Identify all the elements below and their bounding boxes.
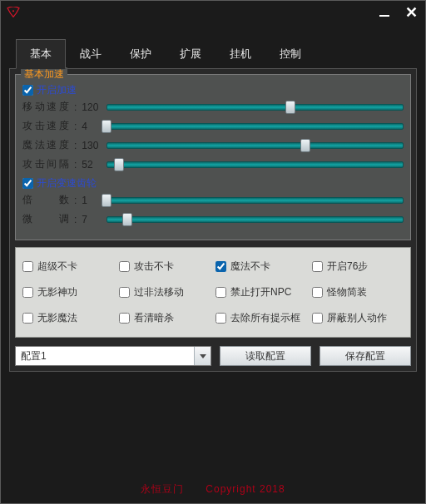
options-grid: 超级不卡攻击不卡魔法不卡开启76步无影神功过非法移动禁止打开NPC怪物简装无影魔… bbox=[15, 247, 411, 338]
close-button[interactable]: ✕ bbox=[402, 3, 420, 22]
option-label: 屏蔽别人动作 bbox=[327, 311, 387, 325]
option-checkbox-2[interactable] bbox=[215, 261, 226, 272]
option-item: 禁止打开NPC bbox=[215, 285, 307, 299]
slider-value: 7 bbox=[82, 214, 102, 225]
option-checkbox-8[interactable] bbox=[22, 313, 33, 324]
slider-a-1[interactable] bbox=[106, 121, 404, 132]
save-config-button[interactable]: 保存配置 bbox=[320, 346, 411, 366]
option-checkbox-7[interactable] bbox=[312, 287, 323, 298]
option-checkbox-1[interactable] bbox=[119, 261, 130, 272]
option-item: 无影魔法 bbox=[22, 311, 114, 325]
slider-a-2[interactable] bbox=[106, 140, 404, 151]
slider-value: 120 bbox=[82, 101, 102, 113]
option-checkbox-10[interactable] bbox=[215, 313, 226, 324]
slider-row: 移动速度:120 bbox=[22, 100, 404, 114]
option-checkbox-11[interactable] bbox=[312, 313, 323, 324]
option-checkbox-4[interactable] bbox=[22, 287, 33, 298]
option-item: 看清暗杀 bbox=[119, 311, 211, 325]
option-checkbox-6[interactable] bbox=[215, 287, 226, 298]
slider-value: 4 bbox=[82, 121, 102, 132]
tab-idle[interactable]: 挂机 bbox=[215, 39, 265, 69]
option-checkbox-3[interactable] bbox=[312, 261, 323, 272]
option-label: 怪物简装 bbox=[327, 285, 367, 299]
config-select[interactable]: 配置1 bbox=[15, 346, 211, 366]
speed-fieldset: 基本加速 开启加速 移动速度:120攻击速度:4魔法速度:130攻击间隔:52 … bbox=[15, 74, 411, 240]
enable-speed-label: 开启加速 bbox=[37, 83, 77, 97]
option-item: 怪物简装 bbox=[312, 285, 404, 299]
option-label: 魔法不卡 bbox=[230, 259, 270, 274]
config-row: 配置1 读取配置 保存配置 bbox=[15, 346, 411, 366]
option-item: 魔法不卡 bbox=[215, 259, 307, 274]
chevron-down-icon bbox=[194, 347, 211, 365]
slider-value: 52 bbox=[82, 159, 102, 170]
slider-row: 微 调:7 bbox=[22, 212, 404, 226]
slider-value: 130 bbox=[82, 140, 102, 151]
enable-gear-label: 开启变速齿轮 bbox=[37, 176, 97, 190]
option-item: 过非法移动 bbox=[119, 285, 211, 299]
enable-speed-row: 开启加速 bbox=[22, 83, 404, 97]
slider-label: 魔法速度 bbox=[22, 138, 69, 152]
slider-thumb[interactable] bbox=[102, 120, 111, 133]
option-label: 看清暗杀 bbox=[134, 311, 174, 325]
slider-b-1[interactable] bbox=[106, 214, 404, 225]
slider-label: 攻击速度 bbox=[22, 119, 69, 133]
enable-gear-row: 开启变速齿轮 bbox=[22, 176, 404, 190]
option-item: 无影神功 bbox=[22, 285, 114, 299]
option-checkbox-0[interactable] bbox=[22, 261, 33, 272]
tab-panel-basic: 基本加速 开启加速 移动速度:120攻击速度:4魔法速度:130攻击间隔:52 … bbox=[9, 68, 417, 372]
slider-track bbox=[106, 197, 404, 204]
tab-control[interactable]: 控制 bbox=[265, 39, 315, 69]
config-select-value: 配置1 bbox=[21, 349, 47, 363]
window-controls: ✕ bbox=[375, 3, 420, 22]
option-label: 无影魔法 bbox=[37, 311, 77, 325]
option-checkbox-9[interactable] bbox=[119, 313, 130, 324]
slider-thumb[interactable] bbox=[300, 139, 310, 152]
option-label: 禁止打开NPC bbox=[230, 285, 291, 299]
option-label: 去除所有提示框 bbox=[230, 311, 300, 325]
slider-label: 微 调 bbox=[22, 212, 69, 226]
enable-speed-checkbox[interactable] bbox=[22, 85, 33, 96]
slider-a-0[interactable] bbox=[106, 101, 404, 113]
tab-basic[interactable]: 基本 bbox=[16, 39, 66, 69]
slider-track bbox=[106, 142, 404, 149]
slider-b-0[interactable] bbox=[106, 195, 404, 206]
slider-a-3[interactable] bbox=[106, 159, 404, 170]
option-label: 超级不卡 bbox=[37, 259, 77, 274]
slider-label: 移动速度 bbox=[22, 100, 69, 114]
app-window: ✕ 基本 战斗 保护 扩展 挂机 控制 基本加速 开启加速 移动速度:120攻击… bbox=[0, 0, 426, 504]
slider-track bbox=[106, 104, 404, 111]
minimize-button[interactable] bbox=[375, 3, 394, 22]
tab-bar: 基本 战斗 保护 扩展 挂机 控制 bbox=[1, 24, 425, 69]
load-config-button[interactable]: 读取配置 bbox=[220, 346, 311, 366]
option-checkbox-5[interactable] bbox=[119, 287, 130, 298]
slider-thumb[interactable] bbox=[102, 194, 111, 207]
enable-gear-checkbox[interactable] bbox=[22, 178, 33, 189]
slider-row: 倍 数:1 bbox=[22, 193, 404, 207]
option-label: 攻击不卡 bbox=[134, 259, 174, 274]
slider-thumb[interactable] bbox=[114, 158, 124, 171]
option-item: 开启76步 bbox=[312, 259, 404, 274]
slider-label: 攻击间隔 bbox=[22, 157, 69, 171]
slider-track bbox=[106, 216, 404, 223]
tab-combat[interactable]: 战斗 bbox=[66, 39, 116, 69]
tab-protect[interactable]: 保护 bbox=[116, 39, 166, 69]
slider-track bbox=[106, 161, 404, 168]
option-item: 去除所有提示框 bbox=[215, 311, 307, 325]
slider-thumb[interactable] bbox=[122, 213, 132, 226]
slider-row: 攻击间隔:52 bbox=[22, 157, 404, 171]
option-item: 攻击不卡 bbox=[119, 259, 211, 274]
slider-label: 倍 数 bbox=[22, 193, 69, 207]
option-label: 开启76步 bbox=[327, 259, 368, 274]
fieldset-legend: 基本加速 bbox=[21, 67, 67, 82]
titlebar: ✕ bbox=[1, 1, 425, 24]
slider-row: 魔法速度:130 bbox=[22, 138, 404, 152]
option-item: 屏蔽别人动作 bbox=[312, 311, 404, 325]
app-logo-icon bbox=[6, 7, 21, 18]
slider-track bbox=[106, 123, 404, 130]
footer-text: 永恒豆门 Copyright 2018 bbox=[1, 482, 425, 497]
svg-point-0 bbox=[12, 10, 14, 12]
option-label: 无影神功 bbox=[37, 285, 77, 299]
option-label: 过非法移动 bbox=[134, 285, 184, 299]
tab-extend[interactable]: 扩展 bbox=[166, 39, 215, 69]
slider-thumb[interactable] bbox=[285, 101, 295, 114]
